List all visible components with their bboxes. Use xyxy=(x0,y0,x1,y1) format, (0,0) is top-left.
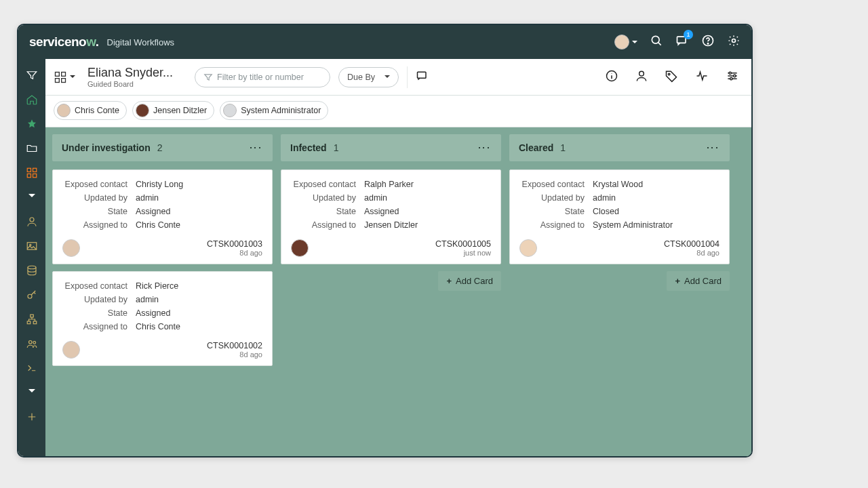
assignee-name: System Administrator xyxy=(241,106,321,115)
svg-point-13 xyxy=(28,266,36,269)
avatar xyxy=(291,239,309,257)
svg-point-18 xyxy=(29,341,33,344)
svg-point-10 xyxy=(30,218,34,222)
filter-input[interactable]: Filter by title or number xyxy=(195,67,330,87)
task-id: CTSK0001004 xyxy=(664,239,719,249)
avatar xyxy=(57,104,71,117)
hierarchy-icon[interactable] xyxy=(25,312,39,326)
svg-point-30 xyxy=(730,77,732,79)
assignee-chips: Chris Conte Jensen Ditzler System Admini… xyxy=(45,96,751,127)
svg-rect-17 xyxy=(33,321,37,324)
lane-count: 1 xyxy=(334,142,339,153)
folder-icon[interactable] xyxy=(25,142,39,155)
lane-title: Infected xyxy=(290,142,327,153)
star-icon[interactable] xyxy=(25,117,39,131)
settings-sliders-icon[interactable] xyxy=(726,69,739,85)
kebab-icon[interactable]: ⋮ xyxy=(705,142,720,154)
svg-rect-23 xyxy=(62,78,66,82)
lane-infected: Infected 1 ⋮ Exposed contactRalph Parker… xyxy=(281,134,501,449)
board-subtitle: Guided Board xyxy=(87,80,173,88)
gear-icon[interactable] xyxy=(727,34,741,50)
svg-rect-15 xyxy=(31,314,34,317)
svg-point-27 xyxy=(668,73,670,75)
task-card[interactable]: Exposed contactChristy Long Updated byad… xyxy=(52,169,273,264)
svg-point-28 xyxy=(729,72,731,74)
view-mode-switcher[interactable] xyxy=(54,70,75,84)
info-icon[interactable] xyxy=(605,69,618,85)
left-rail xyxy=(18,59,45,456)
add-icon[interactable] xyxy=(25,410,39,424)
kebab-icon[interactable]: ⋮ xyxy=(248,142,263,154)
collapse-icon[interactable] xyxy=(25,190,39,204)
lane-title: Under investigation xyxy=(62,142,151,153)
task-card[interactable]: Exposed contactRick Pierce Updated byadm… xyxy=(52,271,273,366)
tag-icon[interactable] xyxy=(665,69,678,85)
key-icon[interactable] xyxy=(25,288,39,302)
brand-tagline: Digital Workflows xyxy=(107,37,174,47)
board: Under investigation 2 ⋮ Exposed contactC… xyxy=(45,127,751,456)
boards-icon[interactable] xyxy=(25,166,39,180)
assignee-name: Jensen Ditzler xyxy=(153,106,207,115)
image-icon[interactable] xyxy=(25,239,39,253)
chevron-down-icon xyxy=(70,75,75,81)
task-id: CTSK0001005 xyxy=(435,239,491,249)
avatar xyxy=(62,341,80,359)
chat-badge: 1 xyxy=(684,30,693,39)
svg-point-29 xyxy=(734,75,736,77)
lane-header[interactable]: Infected 1 ⋮ xyxy=(281,134,501,161)
database-icon[interactable] xyxy=(25,264,39,277)
svg-rect-16 xyxy=(27,321,31,324)
task-card[interactable]: Exposed contactKrystal Wood Updated byad… xyxy=(509,169,730,264)
lane-cleared: Cleared 1 ⋮ Exposed contactKrystal Wood … xyxy=(509,134,730,449)
task-age: 8d ago xyxy=(207,350,262,359)
group-icon[interactable] xyxy=(25,337,39,350)
kebab-icon[interactable]: ⋮ xyxy=(477,142,492,154)
sort-dropdown[interactable]: Due By xyxy=(338,67,399,87)
sort-label: Due By xyxy=(347,73,375,82)
svg-rect-6 xyxy=(27,168,31,171)
svg-point-14 xyxy=(28,294,32,298)
board-title-block[interactable]: Eliana Snyder... Guided Board xyxy=(87,66,173,88)
top-banner: servicenow. Digital Workflows 1 xyxy=(18,25,751,59)
members-icon[interactable] xyxy=(635,69,648,85)
app-window: servicenow. Digital Workflows 1 xyxy=(17,24,753,458)
task-card[interactable]: Exposed contactRalph Parker Updated byad… xyxy=(281,169,501,264)
avatar xyxy=(519,239,537,257)
add-card-button[interactable]: +Add Card xyxy=(438,271,501,291)
task-age: 8d ago xyxy=(207,249,262,257)
avatar xyxy=(136,104,149,117)
lane-header[interactable]: Under investigation 2 ⋮ xyxy=(52,134,273,161)
svg-point-19 xyxy=(33,342,36,344)
assignee-chip[interactable]: System Administrator xyxy=(220,101,328,120)
svg-point-5 xyxy=(732,39,736,43)
person-icon[interactable] xyxy=(25,215,39,228)
svg-line-1 xyxy=(658,43,661,45)
add-card-button[interactable]: +Add Card xyxy=(667,271,730,291)
avatar xyxy=(223,104,237,117)
chevron-down-icon xyxy=(384,75,390,81)
assignee-name: Chris Conte xyxy=(75,106,119,115)
task-age: just now xyxy=(435,249,491,257)
svg-rect-21 xyxy=(62,72,66,76)
terminal-icon[interactable] xyxy=(25,361,39,375)
assignee-chip[interactable]: Chris Conte xyxy=(54,101,127,120)
svg-point-26 xyxy=(639,71,644,76)
filter-icon[interactable] xyxy=(25,68,39,82)
brand-logo: servicenow. xyxy=(29,35,99,49)
presentation-icon[interactable] xyxy=(416,69,429,85)
svg-point-4 xyxy=(707,43,708,44)
lane-header[interactable]: Cleared 1 ⋮ xyxy=(509,134,730,161)
chat-icon[interactable]: 1 xyxy=(675,34,689,50)
collapse-icon-2[interactable] xyxy=(25,386,39,399)
search-icon[interactable] xyxy=(650,34,663,50)
home-icon[interactable] xyxy=(25,93,39,106)
svg-rect-9 xyxy=(33,174,37,178)
svg-rect-7 xyxy=(33,168,37,171)
assignee-chip[interactable]: Jensen Ditzler xyxy=(132,101,214,120)
activity-icon[interactable] xyxy=(694,69,709,85)
help-icon[interactable] xyxy=(701,34,715,50)
lane-count: 2 xyxy=(157,142,163,153)
user-menu[interactable] xyxy=(614,35,637,49)
svg-rect-8 xyxy=(27,174,31,178)
svg-rect-22 xyxy=(56,78,60,82)
